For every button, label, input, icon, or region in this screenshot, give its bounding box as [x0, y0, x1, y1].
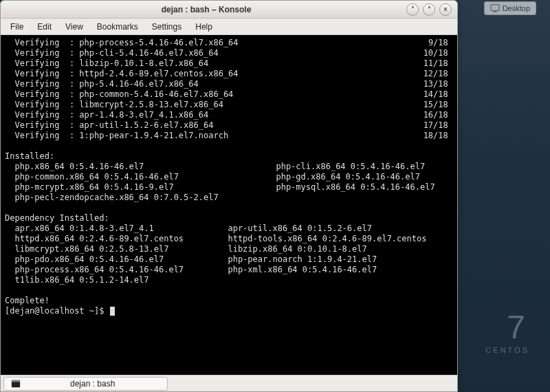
menu-edit[interactable]: Edit [32, 21, 57, 33]
package-line: t1lib.x86_64 0:5.1.2-14.el7 [5, 275, 218, 285]
package-line [266, 193, 435, 203]
package-line: php-cli.x86_64 0:5.4.16-46.el7 [266, 162, 435, 172]
package-line: apr.x86_64 0:1.4.8-3.el7_4.1 [5, 224, 218, 234]
konsole-window: dejan : bash – Konsole ˅ ˄ × File Edit V… [0, 0, 458, 392]
terminal-output[interactable]: Verifying : php-process-5.4.16-46.el7.x8… [1, 35, 457, 375]
svg-rect-3 [12, 380, 20, 382]
package-line: libmcrypt.x86_64 0:2.5.8-13.el7 [5, 244, 218, 254]
menu-settings[interactable]: Settings [146, 21, 187, 33]
verify-row: Verifying : php-process-5.4.16-46.el7.x8… [5, 38, 453, 48]
centos-watermark: 7 CENTOS [485, 308, 529, 354]
svg-rect-0 [491, 5, 499, 11]
close-button[interactable]: × [439, 3, 452, 16]
desktop-icon [490, 3, 500, 13]
window-title: dejan : bash – Konsole [6, 5, 406, 14]
package-line: libzip.x86_64 0:0.10.1-8.el7 [218, 244, 426, 254]
package-line: httpd-tools.x86_64 0:2.4.6-89.el7.centos [218, 234, 426, 244]
shell-prompt: [dejan@localhost ~]$ [5, 306, 109, 316]
package-line: php-pdo.x86_64 0:5.4.16-46.el7 [5, 254, 218, 265]
statusbar: dejan : bash [1, 375, 457, 391]
package-line: php-mcrypt.x86_64 0:5.4.16-9.el7 [5, 182, 266, 193]
menubar: File Edit View Bookmarks Settings Help [1, 19, 457, 35]
package-line: php-pear.noarch 1:1.9.4-21.el7 [218, 254, 426, 265]
package-line: apr-util.x86_64 0:1.5.2-6.el7 [218, 224, 426, 234]
verify-row: Verifying : apr-1.4.8-3.el7_4.1.x86_6416… [5, 110, 453, 120]
terminal-icon [11, 379, 21, 389]
package-line: php-pecl-zendopcache.x86_64 0:7.0.5-2.el… [5, 193, 266, 203]
menu-file[interactable]: File [5, 21, 29, 33]
tab-label: dejan : bash [70, 379, 115, 389]
titlebar[interactable]: dejan : bash – Konsole ˅ ˄ × [1, 1, 457, 19]
minimize-button[interactable]: ˅ [406, 3, 419, 16]
menu-help[interactable]: Help [190, 21, 218, 33]
verify-row: Verifying : php-cli-5.4.16-46.el7.x86_64… [5, 48, 453, 58]
cursor [110, 307, 115, 316]
package-line: php-mysql.x86_64 0:5.4.16-46.el7 [266, 182, 435, 193]
verify-row: Verifying : php-common-5.4.16-46.el7.x86… [5, 89, 453, 100]
desktop-button-label: Desktop [503, 4, 530, 12]
verify-row: Verifying : apr-util-1.5.2-6.el7.x86_641… [5, 120, 453, 131]
installed-header: Installed: [5, 151, 453, 162]
svg-rect-1 [493, 11, 496, 12]
package-line: php-xml.x86_64 0:5.4.16-46.el7 [218, 265, 426, 275]
menu-view[interactable]: View [60, 21, 89, 33]
complete-line: Complete! [5, 296, 453, 306]
verify-row: Verifying : php-5.4.16-46.el7.x86_6413/1… [5, 79, 453, 89]
verify-row: Verifying : httpd-2.4.6-89.el7.centos.x8… [5, 69, 453, 79]
package-line: php-process.x86_64 0:5.4.16-46.el7 [5, 265, 218, 275]
package-line: httpd.x86_64 0:2.4.6-89.el7.centos [5, 234, 218, 244]
verify-row: Verifying : libzip-0.10.1-8.el7.x86_6411… [5, 58, 453, 69]
menu-bookmarks[interactable]: Bookmarks [91, 21, 144, 33]
tab-button[interactable]: dejan : bash [3, 377, 168, 391]
desktop-button[interactable]: Desktop [484, 1, 536, 15]
maximize-button[interactable]: ˄ [423, 3, 435, 16]
verify-row: Verifying : 1:php-pear-1.9.4-21.el7.noar… [5, 131, 453, 141]
package-line: php-gd.x86_64 0:5.4.16-46.el7 [266, 172, 435, 182]
package-line [218, 275, 426, 285]
dependency-header: Dependency Installed: [5, 213, 453, 224]
verify-row: Verifying : libmcrypt-2.5.8-13.el7.x86_6… [5, 100, 453, 110]
package-line: php-common.x86_64 0:5.4.16-46.el7 [5, 172, 266, 182]
package-line: php.x86_64 0:5.4.16-46.el7 [5, 162, 266, 172]
